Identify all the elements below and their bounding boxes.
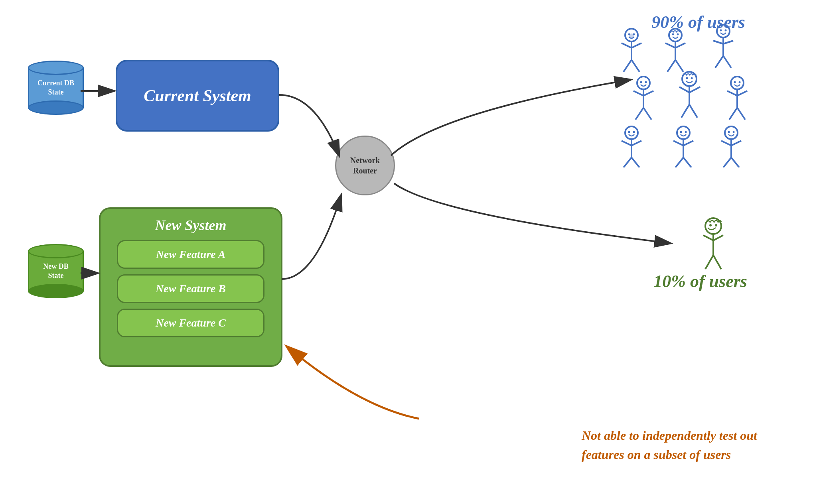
arrow-newsystem-to-router — [282, 195, 341, 279]
feature-b-label: New Feature B — [156, 282, 226, 295]
new-db-cylinder: New DB State — [24, 231, 88, 311]
svg-line-70 — [731, 141, 741, 146]
blue-users-group — [610, 24, 769, 159]
svg-point-3 — [633, 33, 635, 35]
svg-point-18 — [720, 30, 722, 32]
svg-point-26 — [640, 81, 642, 83]
svg-line-6 — [631, 43, 641, 48]
svg-point-74 — [709, 224, 712, 226]
svg-line-13 — [665, 43, 675, 48]
svg-line-80 — [713, 255, 721, 269]
stick-figure-5 — [679, 72, 700, 118]
network-router: Network Router — [335, 136, 395, 195]
svg-line-30 — [643, 91, 653, 96]
stick-figure-1 — [622, 29, 641, 72]
svg-point-50 — [628, 131, 630, 133]
svg-point-51 — [633, 131, 635, 133]
svg-point-11 — [677, 33, 679, 35]
svg-point-43 — [739, 81, 741, 83]
svg-line-77 — [703, 235, 713, 240]
svg-point-49 — [625, 126, 638, 139]
arrow-system-to-router — [279, 95, 339, 156]
svg-point-35 — [691, 77, 693, 79]
svg-line-21 — [713, 41, 723, 44]
svg-line-22 — [723, 41, 733, 44]
svg-line-62 — [683, 141, 693, 146]
arrow-router-to-10pct — [394, 183, 670, 243]
svg-point-27 — [645, 81, 647, 83]
svg-line-54 — [631, 141, 641, 146]
blue-users-svg — [610, 24, 777, 167]
router-label: Network Router — [350, 155, 380, 176]
svg-line-24 — [723, 56, 731, 68]
svg-line-14 — [675, 43, 685, 48]
annotation-text: Not able to independently test out featu… — [582, 426, 797, 464]
svg-line-15 — [667, 60, 675, 72]
annotation-arrow — [287, 347, 419, 419]
svg-point-19 — [725, 30, 727, 32]
svg-point-57 — [677, 126, 690, 139]
svg-line-71 — [723, 158, 731, 167]
svg-line-78 — [713, 235, 723, 240]
svg-line-61 — [673, 141, 683, 146]
green-user — [689, 215, 729, 271]
stick-figure-8 — [673, 126, 693, 167]
svg-point-2 — [628, 33, 630, 35]
current-db-label: Current DB State — [37, 79, 74, 97]
stick-figure-2 — [665, 29, 685, 72]
svg-line-63 — [675, 158, 683, 167]
svg-line-45 — [727, 91, 737, 96]
svg-line-69 — [721, 141, 731, 146]
svg-point-25 — [637, 77, 650, 89]
svg-point-66 — [728, 131, 730, 133]
svg-point-58 — [680, 131, 682, 133]
feature-a-label: New Feature A — [156, 248, 226, 261]
current-system-label: Current System — [144, 86, 251, 105]
new-system-box: New System New Feature A New Feature B N… — [99, 207, 282, 367]
new-db-label: New DB State — [43, 262, 69, 281]
svg-point-67 — [733, 131, 735, 133]
svg-line-39 — [681, 104, 689, 118]
svg-line-64 — [683, 158, 691, 167]
feature-box-a: New Feature A — [117, 240, 264, 269]
feature-box-c: New Feature C — [117, 309, 264, 337]
svg-point-75 — [715, 224, 717, 226]
svg-line-8 — [631, 60, 639, 72]
current-system-box: Current System — [116, 60, 279, 132]
svg-point-10 — [672, 33, 674, 35]
stick-figure-9 — [721, 126, 741, 167]
svg-line-16 — [675, 60, 683, 72]
svg-line-56 — [631, 158, 639, 167]
stick-figure-6 — [727, 77, 747, 120]
svg-line-37 — [679, 87, 689, 93]
svg-point-41 — [731, 77, 744, 89]
current-db-cylinder: Current DB State — [24, 48, 88, 128]
svg-line-53 — [622, 141, 631, 146]
svg-line-40 — [689, 104, 697, 118]
svg-line-29 — [633, 91, 643, 96]
svg-line-7 — [624, 60, 631, 72]
feature-box-b: New Feature B — [117, 274, 264, 303]
green-user-svg — [689, 215, 737, 279]
svg-line-23 — [715, 56, 723, 68]
stick-figure-7 — [622, 126, 641, 167]
svg-line-31 — [635, 108, 643, 120]
svg-point-65 — [725, 126, 738, 139]
svg-line-32 — [643, 108, 651, 120]
svg-point-59 — [685, 131, 687, 133]
svg-point-34 — [686, 77, 688, 79]
new-system-title: New System — [155, 217, 227, 234]
svg-line-48 — [737, 108, 745, 120]
arrow-router-to-90pct — [391, 80, 630, 156]
svg-line-72 — [731, 158, 739, 167]
stick-figure-4 — [633, 77, 653, 120]
svg-line-47 — [729, 108, 737, 120]
svg-line-79 — [705, 255, 713, 269]
stick-figure-3 — [713, 25, 733, 68]
svg-line-38 — [689, 87, 700, 93]
svg-line-5 — [622, 43, 631, 48]
feature-c-label: New Feature C — [156, 317, 226, 329]
svg-point-42 — [734, 81, 736, 83]
svg-line-46 — [737, 91, 747, 96]
svg-line-55 — [624, 158, 631, 167]
